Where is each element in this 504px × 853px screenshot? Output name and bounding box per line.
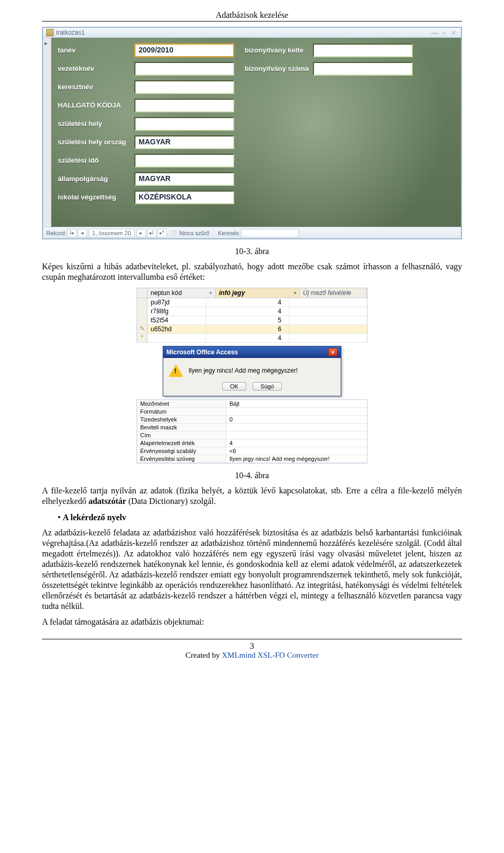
cell-empty[interactable]	[289, 298, 367, 307]
row-header[interactable]: ✎	[137, 325, 148, 333]
cell-jegy[interactable]: 4	[206, 334, 289, 342]
property-name: Érvényesítési szöveg	[137, 455, 226, 462]
column-header-neptun[interactable]: neptun kód▾	[148, 288, 216, 298]
search-input[interactable]	[241, 229, 299, 237]
input-bizonyitvany-kelte[interactable]	[313, 44, 413, 57]
label-allampolgarsag: állampolgárság	[56, 175, 134, 183]
row-header[interactable]	[137, 307, 148, 315]
property-row[interactable]: MezőméretBájt	[137, 400, 367, 408]
table-row[interactable]: t52t545	[136, 316, 368, 325]
form-icon	[46, 29, 54, 36]
record-position[interactable]: 1, összesen 20	[89, 229, 135, 237]
cell-jegy[interactable]: 4	[206, 298, 289, 307]
msgbox-close-button[interactable]: ×	[328, 348, 338, 356]
cell-neptun[interactable]: pu87jd	[148, 298, 206, 307]
label-szuletesi-hely-orszag: születési hely ország	[56, 138, 134, 146]
property-name: Cím	[137, 431, 226, 439]
property-row[interactable]: Alapértelmezett érték4	[137, 439, 367, 447]
property-value[interactable]: <6	[226, 447, 367, 455]
input-szuletesi-ido[interactable]	[134, 154, 234, 167]
table-row[interactable]: r788fg4	[136, 307, 368, 316]
cell-neptun[interactable]	[148, 334, 206, 342]
cell-jegy[interactable]: 5	[206, 316, 289, 324]
ok-button[interactable]: OK	[222, 382, 246, 391]
record-selector[interactable]	[43, 38, 51, 227]
footer-link[interactable]: XMLmind XSL-FO Converter	[222, 651, 318, 659]
property-value[interactable]: 4	[226, 439, 367, 447]
table-row[interactable]: pu87jd4	[136, 298, 368, 307]
datasheet-corner[interactable]	[137, 288, 148, 298]
property-value[interactable]: Bájt	[226, 400, 367, 407]
label-tanev: tanév	[56, 46, 134, 54]
form-titlebar: iratkozás1 — ▫ ×	[43, 28, 461, 38]
paragraph-4: A feladat támogatására az adatbázis obje…	[42, 617, 462, 627]
cell-empty[interactable]	[289, 316, 367, 324]
figure-1-caption: 10-3. ábra	[42, 247, 462, 256]
property-name: Beviteli maszk	[137, 424, 226, 431]
table-row[interactable]: ✎u652hd6	[136, 325, 368, 334]
property-row[interactable]: Formátum	[137, 408, 367, 416]
filter-icon: ⛉	[172, 230, 177, 236]
record-navigation-bar: Rekord: I◂ ◂ 1, összesen 20 ▸ ▸I ▸* ⛉ Ni…	[43, 227, 461, 238]
cell-neptun[interactable]: r788fg	[148, 307, 206, 315]
cell-jegy[interactable]: 6	[206, 325, 289, 333]
bullet-heading: A lekérdező nyelv	[58, 513, 462, 522]
property-value[interactable]	[226, 408, 367, 415]
property-value[interactable]: 0	[226, 416, 367, 423]
nav-prev-button[interactable]: ◂	[78, 229, 87, 237]
message-box: Microsoft Office Access × Ilyen jegy nin…	[163, 346, 341, 396]
property-value[interactable]	[226, 431, 367, 439]
cell-empty[interactable]	[289, 325, 367, 333]
field-properties-table: MezőméretBájtFormátumTizedeshelyek0Bevit…	[136, 399, 368, 464]
property-row[interactable]: Beviteli maszk	[137, 424, 367, 431]
row-header[interactable]	[137, 316, 148, 324]
no-filter-label: Nincs szűrő	[180, 230, 209, 236]
table-row[interactable]: *4	[136, 334, 368, 343]
input-tanev[interactable]: 2009/2010	[134, 44, 234, 57]
nav-next-button[interactable]: ▸	[136, 229, 146, 237]
nav-last-button[interactable]: ▸I	[147, 229, 156, 237]
cell-empty[interactable]	[289, 307, 367, 315]
property-name: Mezőméret	[137, 400, 226, 407]
form-window-screenshot: iratkozás1 — ▫ × tanév 2009/2010 bizonyí…	[42, 27, 462, 239]
label-bizonyitvany-kelte: bizonyítvány kelte	[234, 46, 313, 54]
close-icon[interactable]: ×	[449, 29, 458, 36]
property-row[interactable]: Érvényesítési szövegIlyen jegy nincs! Ad…	[137, 455, 367, 463]
msgbox-title-text: Microsoft Office Access	[166, 349, 238, 356]
nav-first-button[interactable]: I◂	[67, 229, 77, 237]
datasheet-header: neptun kód▾ infó jegy▾ Új mező felvétele	[136, 288, 368, 298]
search-label: Keresés	[218, 230, 239, 236]
input-hallgato-kodja[interactable]	[134, 99, 234, 112]
property-name: Alapértelmezett érték	[137, 439, 226, 447]
property-row[interactable]: Érvényességi szabály<6	[137, 447, 367, 455]
input-szuletesi-hely-orszag[interactable]: MAGYAR	[134, 135, 234, 149]
input-keresztnev[interactable]	[134, 80, 234, 94]
cell-neptun[interactable]: u652hd	[148, 325, 206, 333]
label-hallgato-kodja: HALLGATÓ KÓDJA	[56, 101, 134, 109]
row-header[interactable]: *	[137, 334, 148, 342]
input-iskolai-vegzettseg[interactable]: KÖZÉPISKOLA	[134, 191, 234, 204]
column-header-new-field[interactable]: Új mező felvétele	[300, 288, 367, 298]
property-row[interactable]: Tizedeshelyek0	[137, 416, 367, 424]
help-button[interactable]: Súgó	[253, 382, 282, 391]
input-allampolgarsag[interactable]: MAGYAR	[134, 172, 234, 186]
row-header[interactable]	[137, 298, 148, 307]
warning-icon	[169, 364, 183, 377]
cell-empty[interactable]	[289, 334, 367, 342]
input-szuletesi-hely[interactable]	[134, 117, 234, 131]
input-bizonyitvany-szama[interactable]	[313, 62, 413, 76]
property-value[interactable]: Ilyen jegy nincs! Add meg mégegyszer!	[226, 455, 367, 462]
input-vezeteknev[interactable]	[134, 62, 234, 76]
property-value[interactable]	[226, 424, 367, 431]
page-header: Adatbázisok kezelése	[42, 10, 462, 22]
restore-icon[interactable]: ▫	[440, 29, 448, 36]
nav-new-button[interactable]: ▸*	[158, 229, 167, 237]
form-body: tanév 2009/2010 bizonyítvány kelte vezet…	[43, 38, 461, 227]
minimize-icon[interactable]: —	[430, 29, 439, 36]
property-name: Tizedeshelyek	[137, 416, 226, 423]
cell-jegy[interactable]: 4	[206, 307, 289, 315]
column-header-info-jegy[interactable]: infó jegy▾	[216, 288, 300, 298]
property-row[interactable]: Cím	[137, 431, 367, 439]
cell-neptun[interactable]: t52t54	[148, 316, 206, 324]
label-vezeteknev: vezetéknév	[56, 65, 134, 72]
